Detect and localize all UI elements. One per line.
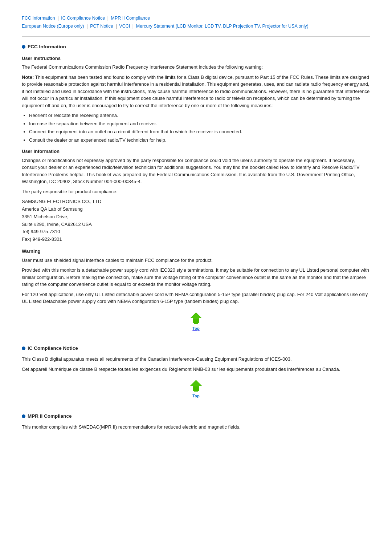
nav-ic[interactable]: IC Compliance Notice (61, 16, 105, 21)
user-information: User Information Changes or modification… (22, 148, 370, 243)
note-bold: Note: (22, 74, 34, 80)
top-link-ic[interactable]: Top (189, 379, 203, 399)
divider-mpr (22, 406, 370, 406)
address-line-1: SAMSUNG ELECTRONICS CO., LTD (22, 198, 370, 206)
fcc-dot (22, 45, 25, 49)
bullet-2: Increase the separation between the equi… (29, 120, 370, 127)
nav-pct[interactable]: PCT Notice (90, 24, 113, 29)
address-line-5: Tel) 949-975-7310 (22, 228, 370, 236)
nav-line-2: European Notice (Europe only) | PCT Noti… (22, 23, 370, 30)
address-line-2: America QA Lab of Samsung (22, 206, 370, 213)
top-icon-ic (189, 379, 203, 392)
ic-section: IC Compliance Notice This Class B digita… (22, 345, 370, 399)
divider-top (22, 36, 370, 37)
fcc-top-button[interactable]: Top (22, 312, 370, 332)
fcc-section: FCC Information User Instructions The Fe… (22, 43, 370, 332)
user-instructions-intro: The Federal Communications Commission Ra… (22, 64, 370, 71)
top-link-fcc[interactable]: Top (189, 312, 203, 332)
bullet-3: Connect the equipment into an outlet on … (29, 128, 370, 135)
top-label-fcc: Top (192, 325, 199, 332)
user-information-title: User Information (22, 148, 370, 155)
note-text: This equipment has been tested and found… (22, 74, 369, 108)
top-label-ic: Top (192, 393, 199, 399)
top-icon-fcc (189, 312, 203, 325)
nav-mercury[interactable]: Mercury Statement (LCD Monitor, LCD TV, … (136, 24, 309, 29)
ic-para-1: This Class B digital apparatus meets all… (22, 356, 370, 363)
ic-dot (22, 347, 25, 350)
warning-title: Warning (22, 248, 370, 255)
svg-rect-1 (194, 321, 198, 324)
warning-para-2: Provided with this monitor is a detachab… (22, 267, 370, 288)
warning-para-3: For 120 Volt applications, use only UL L… (22, 291, 370, 305)
fcc-title: FCC Information (22, 43, 370, 50)
address-block: SAMSUNG ELECTRONICS CO., LTD America QA … (22, 198, 370, 243)
warning-para-1: User must use shielded signal interface … (22, 257, 370, 264)
mpr-section: MPR II Compliance This monitor complies … (22, 413, 370, 431)
nav-links: FCC Information | IC Compliance Notice |… (22, 15, 370, 30)
nav-line-1: FCC Information | IC Compliance Notice |… (22, 15, 370, 22)
user-instructions-note: Note: This equipment has been tested and… (22, 74, 370, 109)
mpr-para-1: This monitor complies with SWEDAC(MPR II… (22, 424, 370, 431)
nav-vcci[interactable]: VCCI (119, 24, 130, 29)
address-line-4: Suite #290, Irvine, CA92612 USA (22, 221, 370, 228)
svg-rect-4 (194, 389, 198, 392)
ic-title-text: IC Compliance Notice (28, 345, 78, 352)
fcc-title-text: FCC Information (28, 43, 66, 50)
mpr-dot (22, 414, 25, 418)
ic-title: IC Compliance Notice (22, 345, 370, 352)
warning-subsection: Warning User must use shielded signal in… (22, 248, 370, 305)
mpr-title-text: MPR II Compliance (28, 413, 72, 420)
nav-eu[interactable]: European Notice (Europe only) (22, 24, 84, 29)
divider-ic (22, 338, 370, 338)
nav-fcc[interactable]: FCC Information (22, 16, 55, 21)
ic-para-2: Cet appareil Numérique de classe B respe… (22, 366, 370, 373)
ic-top-button[interactable]: Top (22, 379, 370, 399)
fcc-bullets: Reorient or relocate the receiving anten… (29, 112, 370, 143)
user-information-para-2: The party responsible for product compli… (22, 188, 370, 195)
address-line-3: 3351 Michelson Drive, (22, 213, 370, 221)
bullet-1: Reorient or relocate the receiving anten… (29, 112, 370, 119)
user-instructions: User Instructions The Federal Communicat… (22, 55, 370, 144)
address-line-6: Fax) 949-922-8301 (22, 236, 370, 243)
bullet-4: Consult the dealer or an experienced rad… (29, 137, 370, 144)
user-instructions-title: User Instructions (22, 55, 370, 62)
mpr-title: MPR II Compliance (22, 413, 370, 420)
nav-mpr[interactable]: MPR II Compliance (111, 16, 150, 21)
user-information-para-1: Changes or modifications not expressly a… (22, 157, 370, 185)
